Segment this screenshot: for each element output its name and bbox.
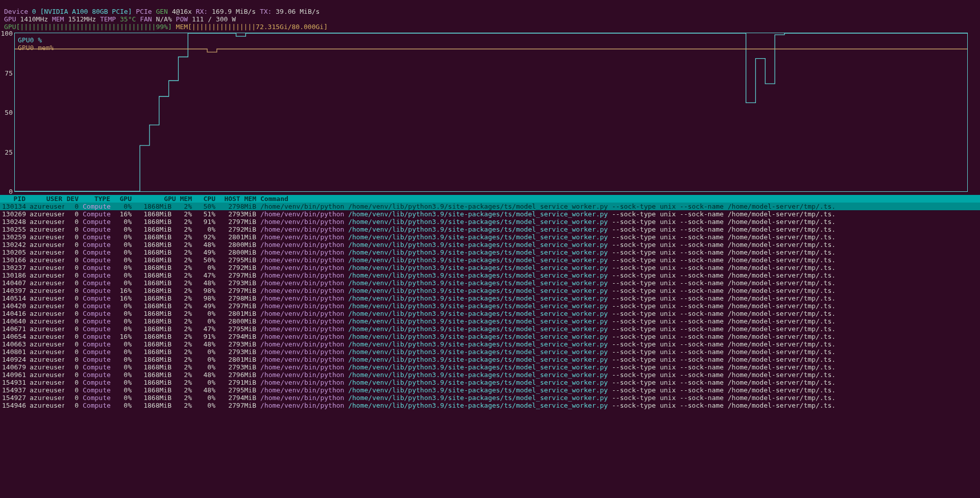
process-row[interactable]: 140416azureuser0Compute0%1868MiB2%0%2801… [0,310,980,317]
process-row[interactable]: 140961azureuser0Compute0%1868MiB2%48%279… [0,371,980,379]
process-row[interactable]: 140663azureuser0Compute0%1868MiB2%48%279… [0,340,980,348]
command-cell: /home/venv/bin/python /home/venv/lib/pyt… [258,394,980,402]
command-cell: /home/venv/bin/python /home/venv/lib/pyt… [258,325,980,333]
process-row[interactable]: 140397azureuser0Compute16%1868MiB2%98%27… [0,287,980,294]
process-row[interactable]: 130269azureuser0Compute16%1868MiB2%51%27… [0,210,980,218]
command-cell: /home/venv/bin/python /home/venv/lib/pyt… [258,340,980,348]
mem-util-bar: MEM[||||||||||||||||72.315Gi/80.000Gi] [176,23,328,31]
command-cell: /home/venv/bin/python /home/venv/lib/pyt… [258,287,980,294]
command-cell: /home/venv/bin/python /home/venv/lib/pyt… [258,356,980,363]
process-table[interactable]: PIDUSERDEVTYPEGPUGPU MEMCPUHOST MEMComma… [0,195,980,409]
command-cell: /home/venv/bin/python /home/venv/lib/pyt… [258,302,980,310]
device-header: Device 0 [NVIDIA A100 80GB PCIe] PCIe GE… [0,0,980,31]
command-cell: /home/venv/bin/python /home/venv/lib/pyt… [258,218,980,226]
series-GPU0-mem% [15,49,967,52]
process-row[interactable]: 140514azureuser0Compute16%1868MiB2%98%27… [0,294,980,302]
process-row[interactable]: 130242azureuser0Compute0%1868MiB2%48%280… [0,241,980,248]
command-cell: /home/venv/bin/python /home/venv/lib/pyt… [258,264,980,271]
command-cell: /home/venv/bin/python /home/venv/lib/pyt… [258,226,980,233]
gpu-util-bar: GPU[||||||||||||||||||||||||||||||||||99… [4,23,172,31]
process-row[interactable]: 130248azureuser0Compute0%1868MiB2%91%279… [0,218,980,226]
process-row[interactable]: 140640azureuser0Compute0%1868MiB2%0%2800… [0,317,980,325]
process-row[interactable]: 140654azureuser0Compute16%1868MiB2%91%27… [0,333,980,340]
command-cell: /home/venv/bin/python /home/venv/lib/pyt… [258,386,980,394]
command-cell: /home/venv/bin/python /home/venv/lib/pyt… [258,317,980,325]
process-row[interactable]: 130259azureuser0Compute0%1868MiB2%92%280… [0,233,980,241]
command-cell: /home/venv/bin/python /home/venv/lib/pyt… [258,210,980,218]
ytick-25: 25 [1,148,13,156]
command-cell: /home/venv/bin/python /home/venv/lib/pyt… [258,310,980,317]
command-cell: /home/venv/bin/python /home/venv/lib/pyt… [258,379,980,386]
process-row[interactable]: 154931azureuser0Compute0%1868MiB2%0%2791… [0,379,980,386]
process-row[interactable]: 130186azureuser0Compute0%1868MiB2%47%279… [0,271,980,279]
command-cell: /home/venv/bin/python /home/venv/lib/pyt… [258,348,980,356]
command-cell: /home/venv/bin/python /home/venv/lib/pyt… [258,248,980,256]
command-cell: /home/venv/bin/python /home/venv/lib/pyt… [258,363,980,371]
command-cell: /home/venv/bin/python /home/venv/lib/pyt… [258,371,980,379]
process-row[interactable]: 140407azureuser0Compute0%1868MiB2%48%279… [0,279,980,287]
process-row[interactable]: 154927azureuser0Compute0%1868MiB2%0%2794… [0,394,980,402]
command-cell: /home/venv/bin/python /home/venv/lib/pyt… [258,203,980,210]
command-cell: /home/venv/bin/python /home/venv/lib/pyt… [258,294,980,302]
process-row[interactable]: 130205azureuser0Compute0%1868MiB2%49%280… [0,248,980,256]
ytick-75: 75 [1,69,13,77]
gpu-usage-chart: GPU0 % GPU0 mem% 0255075100 [14,33,968,192]
command-cell: /home/venv/bin/python /home/venv/lib/pyt… [258,233,980,241]
ytick-0: 0 [1,188,13,195]
process-row[interactable]: 140924azureuser0Compute0%1868MiB2%0%2801… [0,356,980,363]
command-cell: /home/venv/bin/python /home/venv/lib/pyt… [258,241,980,248]
command-cell: /home/venv/bin/python /home/venv/lib/pyt… [258,279,980,287]
command-cell: /home/venv/bin/python /home/venv/lib/pyt… [258,402,980,409]
chart-svg [15,33,967,191]
process-row[interactable]: 154937azureuser0Compute0%1868MiB2%48%279… [0,386,980,394]
process-row[interactable]: 140671azureuser0Compute0%1868MiB2%47%279… [0,325,980,333]
ytick-50: 50 [1,109,13,116]
command-cell: /home/venv/bin/python /home/venv/lib/pyt… [258,271,980,279]
command-cell: /home/venv/bin/python /home/venv/lib/pyt… [258,256,980,264]
process-row[interactable]: 130134azureuser0Compute0%1868MiB2%50%279… [0,203,980,210]
process-row[interactable]: 130255azureuser0Compute0%1868MiB2%0%2792… [0,226,980,233]
process-row[interactable]: 140420azureuser0Compute0%1868MiB2%49%279… [0,302,980,310]
process-row[interactable]: 140679azureuser0Compute0%1868MiB2%0%2793… [0,363,980,371]
series-GPU0-% [15,33,967,191]
ytick-100: 100 [1,30,13,37]
process-row[interactable]: 130237azureuser0Compute0%1868MiB2%0%2792… [0,264,980,271]
process-row[interactable]: 130166azureuser0Compute0%1868MiB2%50%279… [0,256,980,264]
table-header[interactable]: PIDUSERDEVTYPEGPUGPU MEMCPUHOST MEMComma… [0,195,980,203]
command-cell: /home/venv/bin/python /home/venv/lib/pyt… [258,333,980,340]
process-row[interactable]: 140801azureuser0Compute0%1868MiB2%0%2793… [0,348,980,356]
process-row[interactable]: 154946azureuser0Compute0%1868MiB2%0%2797… [0,402,980,409]
